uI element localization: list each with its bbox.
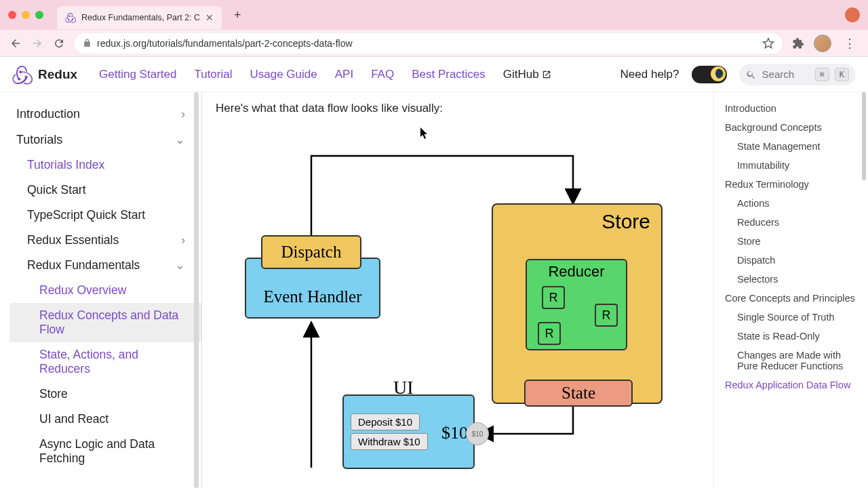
toc-state-mgmt[interactable]: State Management (725, 137, 863, 156)
data-flow-diagram: Store Event Handler Dispatch Reducer R R… (220, 129, 695, 481)
search-icon (746, 69, 757, 80)
toc-actions[interactable]: Actions (725, 194, 863, 213)
diagram-r-node: R (542, 286, 565, 309)
profile-badge[interactable] (845, 7, 860, 22)
sidebar-item-tutorials-index[interactable]: Tutorials Index (9, 152, 201, 178)
diagram-balance-text: $10 (441, 423, 468, 443)
address-bar[interactable]: redux.js.org/tutorials/fundamentals/part… (75, 33, 783, 54)
sidebar-item-overview[interactable]: Redux Overview (9, 278, 201, 303)
toc-terminology[interactable]: Redux Terminology (725, 175, 863, 194)
toc-immutability[interactable]: Immutability (725, 156, 863, 175)
diagram-state-box: State (524, 380, 633, 407)
diagram-payload-bubble: $10 (466, 422, 489, 445)
new-tab-button[interactable]: + (229, 8, 247, 22)
sidebar-item-async[interactable]: Async Logic and Data Fetching (9, 432, 201, 471)
nav-api[interactable]: API (335, 68, 353, 81)
nav-usage-guide[interactable]: Usage Guide (250, 68, 317, 81)
search-box[interactable]: ⌘ K (739, 64, 856, 85)
toc-selectors[interactable]: Selectors (725, 270, 863, 289)
toc-pure-reducer[interactable]: Changes are Made with Pure Reducer Funct… (725, 346, 863, 375)
intro-text: Here's what that data flow looks like vi… (216, 102, 700, 115)
sidebar-item-introduction[interactable]: Introduction› (9, 102, 201, 127)
browser-tab[interactable]: Redux Fundamentals, Part 2: C ✕ (57, 6, 222, 29)
tab-title: Redux Fundamentals, Part 2: C (81, 13, 200, 22)
browser-menu-button[interactable]: ⋮ (841, 36, 859, 51)
nav-tutorial[interactable]: Tutorial (194, 68, 232, 81)
close-tab-button[interactable]: ✕ (205, 12, 214, 23)
maximize-window-button[interactable] (35, 11, 43, 19)
nav-github[interactable]: GitHub (503, 68, 551, 81)
window-controls (8, 11, 50, 19)
chevron-down-icon: ⌄ (175, 258, 185, 272)
site-logo[interactable]: Redux (12, 64, 77, 85)
toc-core[interactable]: Core Concepts and Principles (725, 289, 863, 308)
diagram-ui-box: Deposit $10 Withdraw $10 $10 (342, 394, 475, 469)
back-button[interactable] (9, 37, 22, 49)
sidebar-item-store[interactable]: Store (9, 382, 201, 407)
sidebar-item-fundamentals[interactable]: Redux Fundamentals⌄ (9, 253, 201, 278)
browser-tab-bar: Redux Fundamentals, Part 2: C ✕ + (0, 0, 868, 30)
extensions-icon[interactable] (792, 37, 804, 49)
sidebar-item-ts-quick-start[interactable]: TypeScript Quick Start (9, 203, 201, 228)
diagram-reducer-box: Reducer R R R (526, 259, 627, 350)
toc-introduction[interactable]: Introduction (725, 99, 863, 118)
external-link-icon (542, 70, 551, 79)
toc-background[interactable]: Background Concepts (725, 118, 863, 137)
lock-icon (83, 39, 92, 47)
chevron-down-icon: ⌄ (175, 132, 185, 147)
primary-nav: Getting Started Tutorial Usage Guide API… (99, 68, 551, 81)
sidebar-item-sar[interactable]: State, Actions, and Reducers (9, 342, 201, 382)
nav-getting-started[interactable]: Getting Started (99, 68, 176, 81)
sidebar-item-essentials[interactable]: Redux Essentials› (9, 228, 201, 253)
toc-dispatch[interactable]: Dispatch (725, 251, 863, 270)
theme-toggle[interactable] (692, 66, 727, 83)
search-input[interactable] (762, 68, 810, 80)
bookmark-star-icon[interactable] (762, 37, 774, 49)
kbd-k: K (835, 68, 849, 81)
sidebar-item-tutorials[interactable]: Tutorials⌄ (9, 127, 201, 152)
url-text: redux.js.org/tutorials/fundamentals/part… (97, 38, 757, 49)
chevron-right-icon: › (181, 233, 185, 247)
toc-app-data-flow[interactable]: Redux Application Data Flow (725, 375, 863, 394)
toc-reducers[interactable]: Reducers (725, 213, 863, 232)
reload-button[interactable] (53, 37, 65, 49)
redux-logo-icon (12, 64, 33, 85)
forward-button[interactable] (31, 37, 43, 49)
kbd-cmd: ⌘ (815, 68, 829, 81)
site-header: Redux Getting Started Tutorial Usage Gui… (0, 57, 868, 92)
diagram-r-node: R (538, 322, 561, 345)
nav-faq[interactable]: FAQ (371, 68, 394, 81)
sidebar-item-concepts[interactable]: Redux Concepts and Data Flow (9, 303, 201, 342)
nav-need-help[interactable]: Need help? (620, 68, 679, 81)
sidebar-item-ui-react[interactable]: UI and React (9, 407, 201, 432)
chevron-right-icon: › (181, 107, 185, 121)
diagram-withdraw-button: Withdraw $10 (351, 433, 428, 450)
sidebar-item-quick-start[interactable]: Quick Start (9, 178, 201, 203)
nav-best-practices[interactable]: Best Practices (412, 68, 486, 81)
browser-toolbar: redux.js.org/tutorials/fundamentals/part… (0, 30, 868, 57)
close-window-button[interactable] (8, 11, 16, 19)
profile-avatar[interactable] (814, 35, 831, 52)
minimize-window-button[interactable] (22, 11, 30, 19)
diagram-dispatch-box: Dispatch (261, 235, 361, 269)
diagram-r-node: R (595, 304, 618, 327)
table-of-contents: Introduction Background Concepts State M… (713, 92, 868, 488)
toc-store[interactable]: Store (725, 232, 863, 251)
redux-favicon-icon (65, 12, 76, 23)
main-content: Here's what that data flow looks like vi… (202, 92, 713, 488)
brand-text: Redux (38, 67, 77, 82)
sidebar-nav: Introduction› Tutorials⌄ Tutorials Index… (0, 92, 202, 488)
diagram-deposit-button: Deposit $10 (351, 413, 420, 430)
toc-readonly[interactable]: State is Read-Only (725, 327, 863, 346)
toc-single-source[interactable]: Single Source of Truth (725, 308, 863, 327)
